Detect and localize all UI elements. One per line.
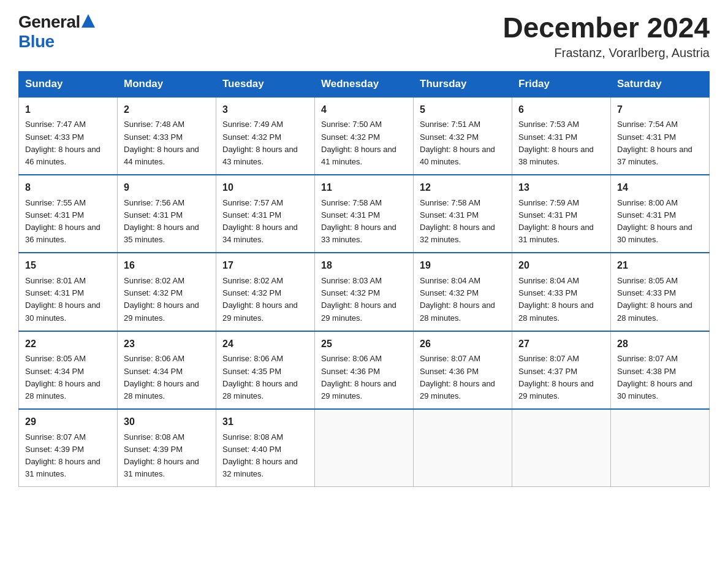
day-info: Sunrise: 7:49 AMSunset: 4:32 PMDaylight:… xyxy=(222,118,308,168)
calendar-cell: 26Sunrise: 8:07 AMSunset: 4:36 PMDayligh… xyxy=(414,331,512,409)
day-info: Sunrise: 7:59 AMSunset: 4:31 PMDaylight:… xyxy=(518,197,604,247)
day-number: 15 xyxy=(25,258,111,274)
day-info: Sunrise: 8:08 AMSunset: 4:39 PMDaylight:… xyxy=(124,431,210,481)
day-info: Sunrise: 7:50 AMSunset: 4:32 PMDaylight:… xyxy=(321,118,407,168)
calendar-cell: 4Sunrise: 7:50 AMSunset: 4:32 PMDaylight… xyxy=(315,97,414,175)
day-info: Sunrise: 8:04 AMSunset: 4:33 PMDaylight:… xyxy=(518,275,604,324)
calendar-cell: 13Sunrise: 7:59 AMSunset: 4:31 PMDayligh… xyxy=(512,175,611,253)
logo: General Blue xyxy=(18,12,95,52)
day-info: Sunrise: 7:57 AMSunset: 4:31 PMDaylight:… xyxy=(222,197,308,247)
header: General Blue December 2024 Frastanz, Vor… xyxy=(18,12,710,60)
day-number: 14 xyxy=(617,180,703,196)
day-number: 1 xyxy=(25,102,111,118)
calendar-cell: 8Sunrise: 7:55 AMSunset: 4:31 PMDaylight… xyxy=(19,175,118,253)
calendar-week-row: 29Sunrise: 8:07 AMSunset: 4:39 PMDayligh… xyxy=(19,409,710,487)
day-info: Sunrise: 7:53 AMSunset: 4:31 PMDaylight:… xyxy=(518,118,604,168)
day-info: Sunrise: 8:01 AMSunset: 4:31 PMDaylight:… xyxy=(25,275,111,324)
calendar-cell: 25Sunrise: 8:06 AMSunset: 4:36 PMDayligh… xyxy=(315,331,414,409)
logo-blue-text: Blue xyxy=(18,32,55,51)
calendar-cell xyxy=(315,409,414,487)
day-number: 11 xyxy=(321,180,407,196)
calendar-cell: 17Sunrise: 8:02 AMSunset: 4:32 PMDayligh… xyxy=(216,253,315,331)
day-number: 24 xyxy=(222,337,308,352)
day-info: Sunrise: 8:00 AMSunset: 4:31 PMDaylight:… xyxy=(617,197,703,247)
calendar-cell: 11Sunrise: 7:58 AMSunset: 4:31 PMDayligh… xyxy=(315,175,414,253)
calendar-cell: 24Sunrise: 8:06 AMSunset: 4:35 PMDayligh… xyxy=(216,331,315,409)
day-info: Sunrise: 8:08 AMSunset: 4:40 PMDaylight:… xyxy=(222,431,308,481)
day-info: Sunrise: 8:07 AMSunset: 4:38 PMDaylight:… xyxy=(617,353,703,402)
day-number: 30 xyxy=(124,415,210,430)
calendar-cell: 31Sunrise: 8:08 AMSunset: 4:40 PMDayligh… xyxy=(216,409,315,487)
day-number: 7 xyxy=(617,102,703,118)
calendar-cell: 22Sunrise: 8:05 AMSunset: 4:34 PMDayligh… xyxy=(19,331,118,409)
day-number: 31 xyxy=(222,415,308,430)
calendar-cell: 18Sunrise: 8:03 AMSunset: 4:32 PMDayligh… xyxy=(315,253,414,331)
logo-triangle-icon xyxy=(82,14,95,28)
calendar-week-row: 22Sunrise: 8:05 AMSunset: 4:34 PMDayligh… xyxy=(19,331,710,409)
day-number: 21 xyxy=(617,258,703,274)
calendar-cell: 30Sunrise: 8:08 AMSunset: 4:39 PMDayligh… xyxy=(118,409,216,487)
day-info: Sunrise: 8:05 AMSunset: 4:33 PMDaylight:… xyxy=(617,275,703,324)
day-number: 27 xyxy=(518,337,604,352)
col-header-friday: Friday xyxy=(512,71,611,97)
day-info: Sunrise: 7:48 AMSunset: 4:33 PMDaylight:… xyxy=(124,118,210,168)
day-number: 12 xyxy=(420,180,506,196)
calendar-cell: 21Sunrise: 8:05 AMSunset: 4:33 PMDayligh… xyxy=(611,253,710,331)
day-info: Sunrise: 7:47 AMSunset: 4:33 PMDaylight:… xyxy=(25,118,111,168)
col-header-thursday: Thursday xyxy=(414,71,512,97)
calendar-cell: 12Sunrise: 7:58 AMSunset: 4:31 PMDayligh… xyxy=(414,175,512,253)
calendar-cell xyxy=(414,409,512,487)
day-info: Sunrise: 7:54 AMSunset: 4:31 PMDaylight:… xyxy=(617,118,703,168)
day-number: 23 xyxy=(124,337,210,352)
calendar-cell: 28Sunrise: 8:07 AMSunset: 4:38 PMDayligh… xyxy=(611,331,710,409)
calendar-cell: 14Sunrise: 8:00 AMSunset: 4:31 PMDayligh… xyxy=(611,175,710,253)
day-info: Sunrise: 8:02 AMSunset: 4:32 PMDaylight:… xyxy=(222,275,308,324)
day-number: 29 xyxy=(25,415,111,430)
day-info: Sunrise: 8:06 AMSunset: 4:36 PMDaylight:… xyxy=(321,353,407,402)
day-number: 8 xyxy=(25,180,111,196)
calendar-cell: 6Sunrise: 7:53 AMSunset: 4:31 PMDaylight… xyxy=(512,97,611,175)
day-number: 3 xyxy=(222,102,308,118)
calendar-cell: 5Sunrise: 7:51 AMSunset: 4:32 PMDaylight… xyxy=(414,97,512,175)
day-info: Sunrise: 7:55 AMSunset: 4:31 PMDaylight:… xyxy=(25,197,111,247)
title-area: December 2024 Frastanz, Vorarlberg, Aust… xyxy=(502,12,710,60)
calendar-cell: 29Sunrise: 8:07 AMSunset: 4:39 PMDayligh… xyxy=(19,409,118,487)
calendar-cell: 16Sunrise: 8:02 AMSunset: 4:32 PMDayligh… xyxy=(118,253,216,331)
day-number: 28 xyxy=(617,337,703,352)
calendar-week-row: 8Sunrise: 7:55 AMSunset: 4:31 PMDaylight… xyxy=(19,175,710,253)
day-number: 20 xyxy=(518,258,604,274)
calendar-cell: 7Sunrise: 7:54 AMSunset: 4:31 PMDaylight… xyxy=(611,97,710,175)
calendar-cell: 10Sunrise: 7:57 AMSunset: 4:31 PMDayligh… xyxy=(216,175,315,253)
day-number: 6 xyxy=(518,102,604,118)
calendar-cell xyxy=(512,409,611,487)
calendar-cell: 9Sunrise: 7:56 AMSunset: 4:31 PMDaylight… xyxy=(118,175,216,253)
col-header-wednesday: Wednesday xyxy=(315,71,414,97)
day-info: Sunrise: 8:07 AMSunset: 4:39 PMDaylight:… xyxy=(25,431,111,481)
day-info: Sunrise: 8:03 AMSunset: 4:32 PMDaylight:… xyxy=(321,275,407,324)
day-info: Sunrise: 8:07 AMSunset: 4:36 PMDaylight:… xyxy=(420,353,506,402)
day-number: 4 xyxy=(321,102,407,118)
calendar-cell: 27Sunrise: 8:07 AMSunset: 4:37 PMDayligh… xyxy=(512,331,611,409)
day-info: Sunrise: 8:06 AMSunset: 4:35 PMDaylight:… xyxy=(222,353,308,402)
calendar-cell: 19Sunrise: 8:04 AMSunset: 4:32 PMDayligh… xyxy=(414,253,512,331)
day-number: 18 xyxy=(321,258,407,274)
calendar-cell: 1Sunrise: 7:47 AMSunset: 4:33 PMDaylight… xyxy=(19,97,118,175)
day-number: 5 xyxy=(420,102,506,118)
day-number: 19 xyxy=(420,258,506,274)
day-info: Sunrise: 8:07 AMSunset: 4:37 PMDaylight:… xyxy=(518,353,604,402)
calendar-cell: 15Sunrise: 8:01 AMSunset: 4:31 PMDayligh… xyxy=(19,253,118,331)
day-number: 17 xyxy=(222,258,308,274)
day-number: 13 xyxy=(518,180,604,196)
day-number: 9 xyxy=(124,180,210,196)
day-number: 10 xyxy=(222,180,308,196)
day-info: Sunrise: 7:58 AMSunset: 4:31 PMDaylight:… xyxy=(321,197,407,247)
col-header-sunday: Sunday xyxy=(19,71,118,97)
calendar-header-row: SundayMondayTuesdayWednesdayThursdayFrid… xyxy=(19,71,710,97)
calendar-cell: 20Sunrise: 8:04 AMSunset: 4:33 PMDayligh… xyxy=(512,253,611,331)
day-info: Sunrise: 7:56 AMSunset: 4:31 PMDaylight:… xyxy=(124,197,210,247)
day-info: Sunrise: 7:58 AMSunset: 4:31 PMDaylight:… xyxy=(420,197,506,247)
day-number: 26 xyxy=(420,337,506,352)
location-title: Frastanz, Vorarlberg, Austria xyxy=(502,46,710,60)
day-info: Sunrise: 8:06 AMSunset: 4:34 PMDaylight:… xyxy=(124,353,210,402)
day-number: 2 xyxy=(124,102,210,118)
